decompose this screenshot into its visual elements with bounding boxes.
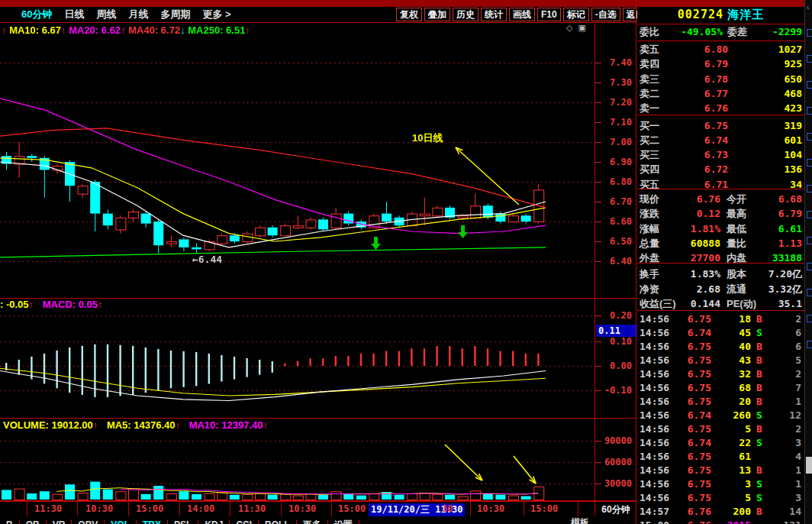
tool-strip-icon[interactable] <box>807 237 812 244</box>
indicator-tab-CCI[interactable]: CCI <box>230 519 259 524</box>
tick-volume: 260 <box>711 409 751 422</box>
toolbar-button-F10[interactable]: F10 <box>537 8 561 21</box>
tick-price: 6.76 <box>672 519 711 524</box>
level-price: 6.77 <box>678 86 755 101</box>
tick-row: 14:566.75614 <box>637 450 804 464</box>
stat-value: 0.144 <box>673 296 720 311</box>
tool-strip-icon[interactable] <box>807 185 812 192</box>
up-arrow-icon: ↑ <box>98 299 103 310</box>
divider <box>637 115 804 115</box>
tick-row: 14:566.753S1 <box>637 477 804 491</box>
ma-label: MA10: 6.67 <box>9 24 61 36</box>
menu-item-60[interactable]: 60分钟 <box>21 8 52 21</box>
indicator-tab-设置[interactable]: 设置 <box>328 519 359 524</box>
ask-row[interactable]: 卖四6.79925 <box>637 57 804 71</box>
indicator-tab-PSL[interactable]: PSL <box>168 519 198 524</box>
tick-row: 14:566.74260S12 <box>637 409 804 422</box>
period-menu: 60分钟日线周线月线多周期更多 > <box>0 8 231 21</box>
menu-item-[interactable]: 更多 > <box>202 8 230 21</box>
axis-tick <box>595 142 601 143</box>
tick-volume: 20 <box>711 395 751 409</box>
bid-row[interactable]: 买二6.74601 <box>637 133 804 147</box>
axis-tick <box>595 202 601 202</box>
indicator-tab-VR[interactable]: VR <box>47 519 72 524</box>
stat-value: 6.76 <box>673 192 720 206</box>
tick-volume: 3 <box>711 477 751 491</box>
bid-row[interactable]: 买四6.72136 <box>637 162 804 176</box>
menu-item-[interactable]: 周线 <box>96 8 116 21</box>
toolbar-button-统计[interactable]: 统计 <box>481 8 507 21</box>
tool-strip-icon[interactable] <box>807 211 812 218</box>
tool-strip-icon[interactable] <box>807 289 812 296</box>
tick-time: 14:56 <box>637 477 672 491</box>
axis-tick <box>595 82 601 83</box>
indicator-tab-更多[interactable]: 更多 <box>297 519 328 524</box>
level-volume: 319 <box>755 118 804 133</box>
tick-side: S <box>751 326 768 340</box>
collapse-arrow-icon[interactable]: ‹ <box>807 3 809 11</box>
axis-tick <box>595 162 601 163</box>
toolbar-button-叠加[interactable]: 叠加 <box>424 8 450 21</box>
volume-chart[interactable] <box>0 434 595 500</box>
tick-price: 6.74 <box>672 326 711 340</box>
indicator-tab-KDJ[interactable]: KDJ <box>198 519 230 524</box>
tool-strip-icon[interactable] <box>807 107 812 115</box>
indicator-tab-OBV[interactable]: OBV <box>72 519 105 524</box>
main-candlestick-chart[interactable] <box>0 23 595 298</box>
axis-tick <box>595 63 601 63</box>
menu-item-[interactable]: 月线 <box>128 8 148 21</box>
indicator-tab-VOL[interactable]: VOL <box>105 519 137 524</box>
toolbar-button-复权[interactable]: 复权 <box>396 8 422 21</box>
price-tick-label: 7.00 <box>610 137 632 147</box>
tool-strip-icon[interactable] <box>807 315 812 322</box>
level-volume: 1027 <box>755 42 804 57</box>
weibi-label: 委比 <box>637 24 678 39</box>
ask-row[interactable]: 卖五6.801027 <box>637 42 804 57</box>
tool-strip-icon[interactable] <box>807 81 812 89</box>
ask-row[interactable]: 卖一6.76423 <box>637 101 804 115</box>
macd-chart[interactable] <box>0 312 595 418</box>
tool-strip-icon[interactable] <box>807 263 812 270</box>
tool-strip-icon[interactable] <box>807 341 812 348</box>
toolbar-button-历史[interactable]: 历史 <box>453 8 478 21</box>
toolbar-button-标记[interactable]: 标记 <box>563 8 589 21</box>
menu-item-[interactable]: 日线 <box>64 8 84 21</box>
stat-label: 股本 <box>720 267 762 281</box>
axis-separator <box>128 502 129 516</box>
indicator-tab-B[interactable]: B <box>0 519 20 524</box>
level-price: 6.76 <box>678 101 755 115</box>
tool-strip-icon[interactable] <box>807 29 812 37</box>
template-button[interactable]: 模板 <box>571 517 589 524</box>
axis-tick <box>595 122 601 123</box>
tool-strip-icon[interactable] <box>807 55 812 63</box>
tick-count: 7 <box>768 381 804 395</box>
bid-row[interactable]: 买三6.73104 <box>637 147 804 162</box>
indicator-tab-BOLL[interactable]: BOLL <box>259 519 297 524</box>
level-price: 6.74 <box>678 133 755 147</box>
indicator-tab-TRX[interactable]: TRX <box>137 519 168 524</box>
tool-strip-icon[interactable] <box>807 159 812 167</box>
tick-time: 14:56 <box>637 409 672 422</box>
ask-row[interactable]: 卖二6.77468 <box>637 86 804 101</box>
bid-row[interactable]: 买一6.75319 <box>637 118 804 133</box>
scrollbar-thumb[interactable] <box>806 457 812 474</box>
period-indicator[interactable]: 60分钟 <box>597 503 635 516</box>
macd-tick-label: -0.10 <box>604 385 632 396</box>
price-tick-label: 7.40 <box>610 57 632 68</box>
toolbar-button-画线[interactable]: 画线 <box>509 8 535 21</box>
tick-time: 14:56 <box>637 491 672 505</box>
up-arrow-icon: ↑ <box>61 24 69 36</box>
axis-separator <box>179 502 180 516</box>
up-arrow-icon: ↑ <box>93 419 98 431</box>
toolbar-button--自选[interactable]: -自选 <box>591 8 620 21</box>
level-volume: 650 <box>755 72 804 86</box>
low-price-annotation: ←6.44 <box>192 254 222 265</box>
divider <box>0 298 636 299</box>
level-label: 卖五 <box>637 42 678 57</box>
indicator-tab-OB[interactable]: OB <box>20 519 47 524</box>
level-label: 买三 <box>637 147 678 162</box>
menu-item-[interactable]: 多周期 <box>160 8 190 21</box>
ask-row[interactable]: 卖三6.78650 <box>637 72 804 86</box>
tool-strip-icon[interactable] <box>807 133 812 141</box>
tick-price: 6.75 <box>672 381 711 395</box>
